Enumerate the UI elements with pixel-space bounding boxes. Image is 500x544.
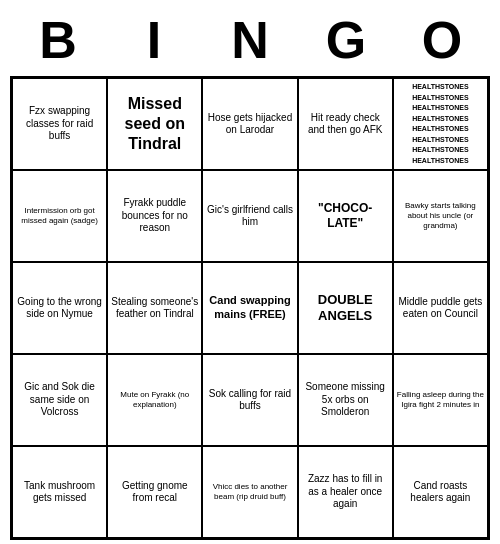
cell-3-0[interactable]: Gic and Sok die same side on Volcross bbox=[12, 354, 107, 446]
title-n: N bbox=[210, 10, 290, 70]
title-o: O bbox=[402, 10, 482, 70]
cell-1-2[interactable]: Gic's girlfriend calls him bbox=[202, 170, 297, 262]
cell-4-0[interactable]: Tank mushroom gets missed bbox=[12, 446, 107, 538]
cell-1-1[interactable]: Fyrakk puddle bounces for no reason bbox=[107, 170, 202, 262]
cell-0-0[interactable]: Fzx swapping classes for raid buffs bbox=[12, 78, 107, 170]
cell-1-4[interactable]: Bawky starts talking about his uncle (or… bbox=[393, 170, 488, 262]
cell-1-3[interactable]: "CHOCO-LATE" bbox=[298, 170, 393, 262]
bingo-grid: Fzx swapping classes for raid buffs Miss… bbox=[10, 76, 490, 540]
title-g: G bbox=[306, 10, 386, 70]
cell-0-2[interactable]: Hose gets hijacked on Larodar bbox=[202, 78, 297, 170]
cell-0-4[interactable]: HEALTHSTONESHEALTHSTONESHEALTHSTONESHEAL… bbox=[393, 78, 488, 170]
cell-2-3[interactable]: DOUBLE ANGELS bbox=[298, 262, 393, 354]
cell-3-1[interactable]: Mute on Fyrakk (no explanation) bbox=[107, 354, 202, 446]
cell-1-0[interactable]: Intermission orb got missed again (sadge… bbox=[12, 170, 107, 262]
cell-4-4[interactable]: Cand roasts healers again bbox=[393, 446, 488, 538]
cell-2-0[interactable]: Going to the wrong side on Nymue bbox=[12, 262, 107, 354]
cell-2-2[interactable]: Cand swapping mains (FREE) bbox=[202, 262, 297, 354]
cell-3-2[interactable]: Sok calling for raid buffs bbox=[202, 354, 297, 446]
cell-4-3[interactable]: Zazz has to fill in as a healer once aga… bbox=[298, 446, 393, 538]
cell-3-4[interactable]: Falling asleep during the Igira fight 2 … bbox=[393, 354, 488, 446]
cell-4-1[interactable]: Getting gnome from recal bbox=[107, 446, 202, 538]
cell-0-1[interactable]: Missed seed on Tindral bbox=[107, 78, 202, 170]
cell-2-1[interactable]: Stealing someone's feather on Tindral bbox=[107, 262, 202, 354]
cell-0-3[interactable]: Hit ready check and then go AFK bbox=[298, 78, 393, 170]
cell-2-4[interactable]: Middle puddle gets eaten on Council bbox=[393, 262, 488, 354]
title-i: I bbox=[114, 10, 194, 70]
cell-3-3[interactable]: Someone missing 5x orbs on Smolderon bbox=[298, 354, 393, 446]
cell-4-2[interactable]: Vhicc dies to another beam (rip druid bu… bbox=[202, 446, 297, 538]
bingo-title: B I N G O bbox=[10, 10, 490, 70]
title-b: B bbox=[18, 10, 98, 70]
